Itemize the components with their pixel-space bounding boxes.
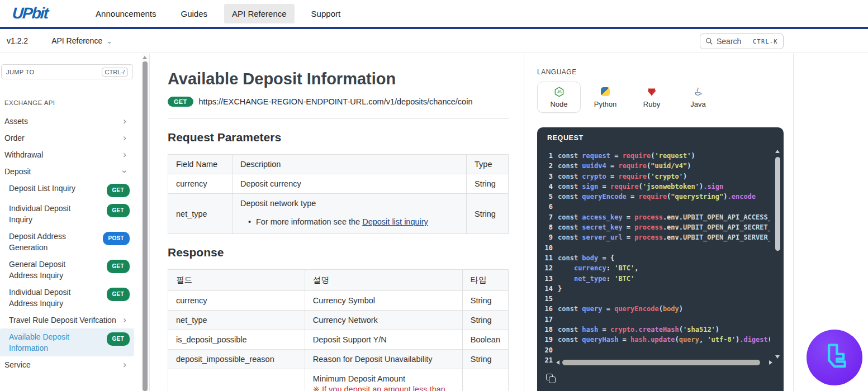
type-cell: String	[462, 350, 508, 369]
sidebar-item-order[interactable]: Order›	[0, 130, 134, 146]
sidebar-item-individual-deposit-address-inquiry[interactable]: Individual Deposit Address InquiryGET	[0, 284, 134, 312]
desc-cell: Deposit Support Y/N	[305, 330, 462, 350]
sidebar-item-general-deposit-address-inquiry[interactable]: General Deposit Address InquiryGET	[0, 256, 134, 284]
nav-item-guides[interactable]: Guides	[173, 4, 216, 23]
sidebar-item-label: Service	[4, 359, 123, 370]
sidebar-item-label: General Deposit Address Inquiry	[9, 259, 97, 281]
chat-widget-button[interactable]	[807, 330, 862, 385]
line-number: 6	[543, 202, 553, 212]
sidebar-item-travel-rule-deposit-verifcation[interactable]: Travel Rule Deposit Verifcation›	[0, 312, 134, 328]
code-line: 19const queryHash = hash.update(query, '…	[543, 335, 770, 345]
widget-logo-icon	[817, 340, 852, 375]
nav-item-announcements[interactable]: Announcements	[88, 4, 164, 23]
upbit-logo[interactable]: UPbit	[12, 4, 48, 22]
type-cell: String	[467, 174, 509, 194]
sidebar-item-deposit-list-inquiry[interactable]: Deposit List InquiryGET	[0, 180, 134, 200]
section-dropdown-label: API Reference	[51, 36, 102, 45]
jump-to-shortcut: CTRL-/	[102, 68, 128, 77]
deposit-list-inquiry-link[interactable]: Deposit list inquiry	[362, 217, 428, 226]
col-header-description: 설명	[305, 270, 462, 291]
code-line: 8const secret_key = process.env.UPBIT_OP…	[543, 222, 770, 232]
table-row: currencyCurrency SymbolString	[168, 291, 509, 311]
desc-cell: Minimum Deposit Amount※ If you deposit a…	[305, 369, 462, 391]
search-icon	[705, 37, 713, 45]
scroll-up-icon[interactable]	[143, 56, 147, 59]
jump-to-label: JUMP TO	[6, 69, 34, 75]
line-number: 20	[543, 345, 553, 355]
endpoint-row: GET https://EXCHANGE-REGION-ENDPOINT-URL…	[168, 97, 509, 107]
type-cell	[462, 369, 508, 391]
desc-main: Deposit network type	[240, 199, 458, 208]
subheader: v1.2.2 API Reference ⌄ Search CTRL-K	[0, 29, 868, 53]
sidebar-item-withdrawal[interactable]: Withdrawal›	[0, 146, 134, 163]
table-row: deposit_impossible_reasonReason for Depo…	[168, 350, 509, 369]
java-icon	[692, 86, 704, 97]
request-code-block: REQUEST 1const request = require('reques…	[537, 127, 784, 391]
sidebar-item-label: Deposit	[4, 166, 123, 177]
main-content: Available Deposit Information GET https:…	[168, 54, 509, 391]
code-vertical-scrollbar[interactable]	[775, 150, 781, 359]
language-tab-python[interactable]: Python	[584, 82, 627, 113]
chevron-right-icon: ›	[123, 314, 126, 326]
scroll-right-icon[interactable]	[769, 360, 772, 365]
table-row: net_type Deposit network type • For more…	[168, 194, 509, 234]
section-dropdown[interactable]: API Reference ⌄	[51, 36, 112, 45]
code-line: 18const hash = crypto.createHash('sha512…	[543, 325, 770, 335]
nav-item-support[interactable]: Support	[303, 4, 349, 23]
line-number: 17	[543, 314, 553, 325]
response-heading: Response	[168, 246, 509, 259]
sidebar-scrollbar-thumb[interactable]	[143, 61, 148, 391]
jump-to-button[interactable]: JUMP TO CTRL-/	[1, 64, 133, 79]
field-cell: net_type	[168, 194, 233, 234]
line-number: 1	[543, 151, 553, 161]
sidebar-item-service[interactable]: Service›	[0, 356, 134, 373]
search-input[interactable]: Search CTRL-K	[700, 34, 784, 49]
language-tab-label: Node	[550, 100, 567, 108]
sidebar-item-individual-deposit-inquiry[interactable]: Individual Deposit InquiryGET	[0, 200, 134, 228]
code-line: 1const request = require('request')	[543, 151, 770, 161]
scrollbar-thumb[interactable]	[562, 360, 760, 365]
version-label: v1.2.2	[7, 36, 28, 45]
sidebar-item-deposit[interactable]: Deposit›	[0, 163, 134, 180]
sidebar-scrollbar[interactable]	[141, 54, 149, 391]
line-number: 15	[543, 294, 553, 304]
scroll-up-icon[interactable]	[775, 150, 780, 153]
sidebar-item-label: Individual Deposit Inquiry	[9, 203, 97, 225]
code-horizontal-scrollbar[interactable]	[556, 359, 772, 366]
code-line: 6	[543, 202, 770, 212]
type-cell: Boolean	[462, 330, 508, 350]
request-code-title: REQUEST	[547, 134, 584, 142]
copy-code-button[interactable]	[546, 374, 558, 386]
endpoint-url: https://EXCHANGE-REGION-ENDPOINT-URL.com…	[199, 97, 473, 106]
sidebar-item-available-deposit-information[interactable]: Available Deposit InformationGET	[0, 328, 134, 356]
code-line: 16const query = queryEncode(body)	[543, 304, 770, 314]
nav-item-api-reference[interactable]: API Reference	[224, 4, 295, 23]
sidebar-item-label: Deposit List Inquiry	[9, 183, 97, 194]
line-number: 19	[543, 335, 553, 345]
desc-cell: Currency Symbol	[305, 291, 462, 311]
sidebar-item-label: Deposit Address Generation	[9, 231, 97, 253]
line-number: 16	[543, 304, 553, 314]
field-cell: is_deposit_possible	[168, 330, 305, 350]
language-tab-ruby[interactable]: Ruby	[630, 82, 673, 113]
ruby-icon	[646, 86, 657, 97]
field-cell: currency	[168, 174, 233, 194]
language-label: LANGUAGE	[537, 68, 577, 76]
scroll-left-icon[interactable]	[556, 360, 559, 365]
code-lines[interactable]: 1const request = require('request')2cons…	[543, 151, 770, 391]
response-table: 필드 설명 타입 currencyCurrency SymbolStringne…	[168, 269, 509, 391]
line-number: 11	[543, 253, 553, 263]
code-line: 11const body = {	[543, 253, 770, 263]
scrollbar-thumb[interactable]	[775, 157, 780, 251]
request-parameters-table: Field Name Description Type currency Dep…	[168, 154, 509, 234]
language-tab-java[interactable]: Java	[676, 82, 720, 113]
sidebar-item-deposit-address-generation[interactable]: Deposit Address GenerationPOST	[0, 228, 134, 256]
chevron-down-icon: ›	[119, 170, 130, 173]
sidebar-item-assets[interactable]: Assets›	[0, 113, 134, 130]
line-number: 4	[543, 182, 553, 192]
method-badge: GET	[107, 260, 130, 273]
table-row: net_typeCurrency NetworkString	[168, 311, 509, 330]
language-tab-node[interactable]: JS Node	[537, 82, 581, 113]
scroll-down-icon[interactable]	[775, 355, 780, 359]
code-line: 3const crypto = require('crypto')	[543, 171, 770, 182]
